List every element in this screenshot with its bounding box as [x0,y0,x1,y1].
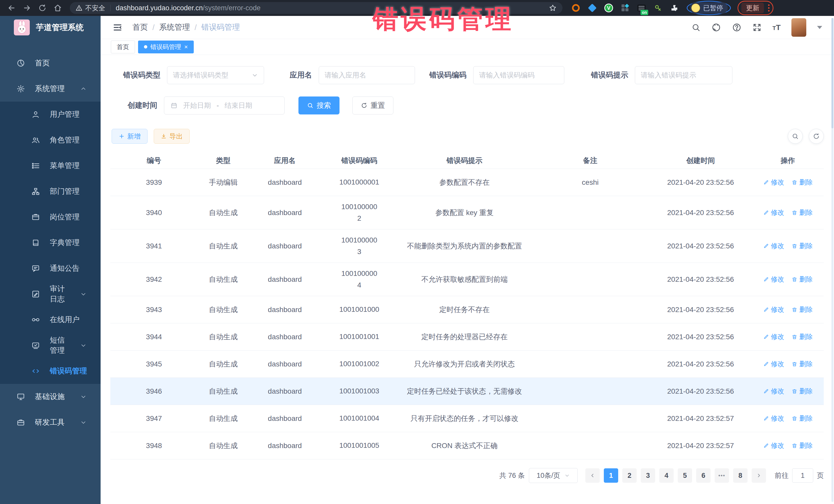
delete-link[interactable]: 删除 [791,359,813,369]
page-button-8[interactable]: 8 [733,468,748,483]
fullscreen-icon[interactable] [752,23,762,32]
browser-profile-chip[interactable]: 已暂停 [690,2,728,14]
tab-close-icon[interactable]: × [184,44,188,50]
page-button-1[interactable]: 1 [604,468,618,483]
reload-icon[interactable] [37,2,48,14]
search-icon[interactable] [691,23,701,32]
more-pages-button[interactable]: ••• [715,468,729,483]
edit-link[interactable]: 修改 [763,275,784,284]
breadcrumb-home[interactable]: 首页 [132,22,148,32]
delete-link[interactable]: 删除 [791,305,813,314]
sidebar-item-label: 岗位管理 [50,212,80,222]
edit-link[interactable]: 修改 [763,178,784,187]
sidebar-item-menu[interactable]: 菜单管理 [0,153,101,179]
delete-link[interactable]: 删除 [791,275,813,284]
sidebar-item-dept[interactable]: 部门管理 [0,179,101,204]
edit-link[interactable]: 修改 [763,359,784,369]
help-icon[interactable] [732,23,742,32]
error-code-input[interactable] [473,66,564,84]
reset-button[interactable]: 重置 [352,96,393,114]
ext-key-icon[interactable] [653,3,663,13]
ext-green-check-icon[interactable]: V [604,3,613,13]
address-bar[interactable]: 不安全 dashboard.yudao.iocoder.cn/system/er… [70,2,563,14]
ext-orange-icon[interactable] [571,3,580,13]
app-name-input[interactable] [319,66,415,84]
github-icon[interactable] [711,23,721,32]
table-row: 3948自动生成dashboard1001001005CRON 表达式不正确20… [110,432,824,459]
refresh-table-button[interactable] [809,129,824,144]
filter-label-app: 应用名 [290,70,312,80]
edit-link[interactable]: 修改 [763,305,784,314]
tab-error-code[interactable]: 错误码管理 × [138,41,194,53]
sidebar-item-online[interactable]: 在线用户 [0,307,101,333]
menu-icon [31,161,40,170]
page-size-select[interactable]: 10条/页 [529,468,578,483]
browser-menu-icon[interactable] [768,4,770,12]
sidebar-item-post[interactable]: 岗位管理 [0,204,101,230]
show-search-button[interactable] [788,129,803,144]
next-page-button[interactable] [752,468,766,483]
delete-link[interactable]: 删除 [791,241,813,250]
delete-link[interactable]: 删除 [791,387,813,396]
caret-down-icon[interactable] [817,26,822,29]
delete-link[interactable]: 删除 [791,332,813,341]
sidebar-item-code[interactable]: 错误码管理 [0,358,101,384]
user-avatar[interactable] [791,18,806,37]
edit-link[interactable]: 修改 [763,441,784,450]
page-button-6[interactable]: 6 [696,468,710,483]
extensions-puzzle-icon[interactable] [670,3,679,13]
bookmark-star-icon[interactable] [549,4,557,12]
export-button[interactable]: 导出 [154,129,190,144]
error-type-select[interactable]: 请选择错误码类型 [167,66,264,84]
search-button[interactable]: 搜索 [299,96,339,114]
chevron-down-icon [80,419,87,426]
sidebar-collapse-icon[interactable] [112,22,123,32]
ext-grid-icon[interactable] [620,3,630,13]
delete-link[interactable]: 删除 [791,178,813,187]
delete-link[interactable]: 删除 [791,208,813,217]
edit-link[interactable]: 修改 [763,414,784,423]
page-button-4[interactable]: 4 [659,468,674,483]
back-icon[interactable] [6,2,18,14]
sidebar-item-tools[interactable]: 研发工具 [0,410,101,435]
sidebar-item-audit[interactable]: 审计日志 [0,281,101,307]
sidebar-item-user[interactable]: 用户管理 [0,102,101,127]
delete-link[interactable]: 删除 [791,441,813,450]
ext-gem-icon[interactable] [588,3,597,13]
edit-link[interactable]: 修改 [763,241,784,250]
sidebar-item-dashboard[interactable]: 首页 [0,50,101,76]
font-size-icon[interactable]: TT [772,23,781,32]
browser-update-button[interactable]: 更新 [741,3,764,13]
edit-link[interactable]: 修改 [763,332,784,341]
forward-icon[interactable] [21,2,33,14]
page-button-3[interactable]: 3 [641,468,655,483]
app-logo[interactable]: 芋道管理系统 [0,16,101,39]
edit-link[interactable]: 修改 [763,387,784,396]
sidebar-item-users[interactable]: 角色管理 [0,127,101,153]
delete-link[interactable]: 删除 [791,414,813,423]
sidebar-item-sms[interactable]: 短信管理 [0,333,101,358]
edit-link[interactable]: 修改 [763,208,784,217]
cell-id: 3943 [110,306,198,314]
page-button-5[interactable]: 5 [678,468,692,483]
sidebar-item-dict[interactable]: 字典管理 [0,230,101,256]
sidebar-item-notice[interactable]: 通知公告 [0,256,101,281]
add-button[interactable]: 新增 [112,129,148,144]
sidebar-item-infra[interactable]: 基础设施 [0,384,101,410]
sidebar-item-gear[interactable]: 系统管理 [0,76,101,102]
create-time-range-picker[interactable]: 开始日期 - 结束日期 [164,96,285,114]
error-msg-input[interactable] [635,66,732,84]
user-icon [31,110,40,119]
tab-home[interactable]: 首页 [111,41,135,53]
cell-msg: 参数配置 key 重复 [398,208,531,218]
prev-page-button[interactable] [585,468,600,483]
page-scrollbar[interactable] [831,18,833,502]
home-icon[interactable] [52,2,64,14]
ext-list-icon[interactable]: on [637,3,646,13]
cell-time: 2021-04-20 23:52:56 [649,275,752,284]
goto-page-input[interactable] [792,468,813,483]
sidebar-item-label: 系统管理 [35,84,65,94]
sidebar-item-label: 部门管理 [50,186,80,197]
breadcrumb-system[interactable]: 系统管理 [159,22,190,32]
page-button-2[interactable]: 2 [622,468,637,483]
